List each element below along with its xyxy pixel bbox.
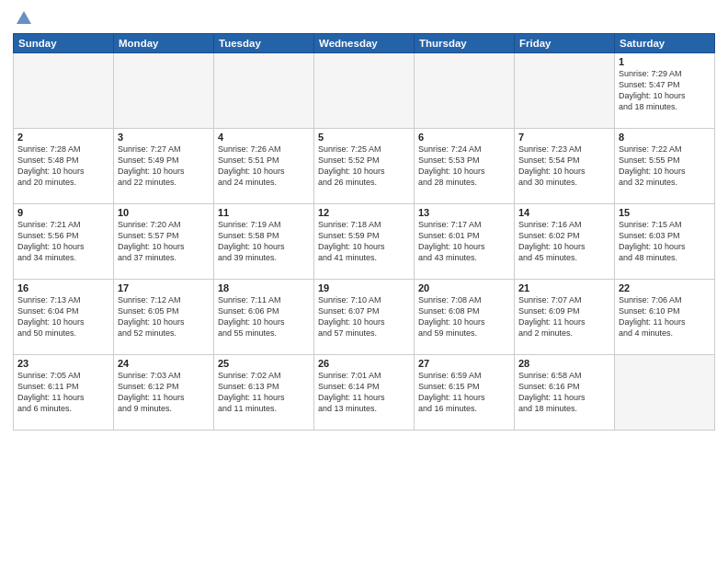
calendar-cell: 14Sunrise: 7:16 AM Sunset: 6:02 PM Dayli…: [515, 204, 615, 280]
week-row-1: 2Sunrise: 7:28 AM Sunset: 5:48 PM Daylig…: [14, 129, 715, 204]
day-info: Sunrise: 6:59 AM Sunset: 6:15 PM Dayligh…: [418, 370, 510, 415]
day-number: 5: [318, 132, 410, 143]
day-info: Sunrise: 7:05 AM Sunset: 6:11 PM Dayligh…: [17, 370, 109, 415]
calendar-cell: 13Sunrise: 7:17 AM Sunset: 6:01 PM Dayli…: [415, 204, 515, 280]
calendar-cell: 7Sunrise: 7:23 AM Sunset: 5:54 PM Daylig…: [515, 129, 615, 204]
calendar-cell: 10Sunrise: 7:20 AM Sunset: 5:57 PM Dayli…: [114, 204, 214, 280]
day-number: 24: [118, 358, 210, 369]
calendar-cell: 27Sunrise: 6:59 AM Sunset: 6:15 PM Dayli…: [415, 355, 515, 431]
calendar-cell: 2Sunrise: 7:28 AM Sunset: 5:48 PM Daylig…: [14, 129, 114, 204]
calendar-cell: 11Sunrise: 7:19 AM Sunset: 5:58 PM Dayli…: [214, 204, 314, 280]
day-info: Sunrise: 7:15 AM Sunset: 6:03 PM Dayligh…: [619, 219, 711, 264]
day-number: 11: [218, 207, 310, 218]
day-info: Sunrise: 7:21 AM Sunset: 5:56 PM Dayligh…: [17, 219, 109, 264]
week-row-0: 1Sunrise: 7:29 AM Sunset: 5:47 PM Daylig…: [14, 53, 715, 129]
calendar-cell: 20Sunrise: 7:08 AM Sunset: 6:08 PM Dayli…: [415, 280, 515, 355]
weekday-header-saturday: Saturday: [615, 34, 715, 53]
day-info: Sunrise: 7:12 AM Sunset: 6:05 PM Dayligh…: [118, 294, 210, 339]
week-row-3: 16Sunrise: 7:13 AM Sunset: 6:04 PM Dayli…: [14, 280, 715, 355]
logo-icon: [15, 9, 33, 26]
day-info: Sunrise: 7:07 AM Sunset: 6:09 PM Dayligh…: [518, 294, 610, 339]
day-number: 12: [318, 207, 410, 218]
calendar-cell: 3Sunrise: 7:27 AM Sunset: 5:49 PM Daylig…: [114, 129, 214, 204]
calendar-cell: 22Sunrise: 7:06 AM Sunset: 6:10 PM Dayli…: [615, 280, 715, 355]
day-number: 28: [518, 358, 610, 369]
day-number: 23: [17, 358, 109, 369]
calendar-cell: 17Sunrise: 7:12 AM Sunset: 6:05 PM Dayli…: [114, 280, 214, 355]
calendar-cell: [14, 53, 114, 129]
day-info: Sunrise: 7:03 AM Sunset: 6:12 PM Dayligh…: [118, 370, 210, 415]
calendar-cell: 12Sunrise: 7:18 AM Sunset: 5:59 PM Dayli…: [314, 204, 415, 280]
calendar-cell: 25Sunrise: 7:02 AM Sunset: 6:13 PM Dayli…: [214, 355, 314, 431]
weekday-header-tuesday: Tuesday: [214, 34, 314, 53]
day-info: Sunrise: 7:25 AM Sunset: 5:52 PM Dayligh…: [318, 144, 410, 189]
calendar-cell: 24Sunrise: 7:03 AM Sunset: 6:12 PM Dayli…: [114, 355, 214, 431]
calendar-cell: 5Sunrise: 7:25 AM Sunset: 5:52 PM Daylig…: [314, 129, 415, 204]
calendar-cell: 26Sunrise: 7:01 AM Sunset: 6:14 PM Dayli…: [314, 355, 415, 431]
calendar-cell: 18Sunrise: 7:11 AM Sunset: 6:06 PM Dayli…: [214, 280, 314, 355]
day-number: 25: [218, 358, 310, 369]
day-number: 10: [118, 207, 210, 218]
calendar-cell: [415, 53, 515, 129]
day-info: Sunrise: 7:01 AM Sunset: 6:14 PM Dayligh…: [318, 370, 410, 415]
day-info: Sunrise: 7:08 AM Sunset: 6:08 PM Dayligh…: [418, 294, 510, 339]
day-info: Sunrise: 7:11 AM Sunset: 6:06 PM Dayligh…: [218, 294, 310, 339]
calendar-cell: 16Sunrise: 7:13 AM Sunset: 6:04 PM Dayli…: [14, 280, 114, 355]
day-number: 9: [17, 207, 109, 218]
day-info: Sunrise: 7:10 AM Sunset: 6:07 PM Dayligh…: [318, 294, 410, 339]
calendar-cell: 1Sunrise: 7:29 AM Sunset: 5:47 PM Daylig…: [615, 53, 715, 129]
day-number: 26: [318, 358, 410, 369]
day-number: 14: [518, 207, 610, 218]
week-row-2: 9Sunrise: 7:21 AM Sunset: 5:56 PM Daylig…: [14, 204, 715, 280]
svg-marker-0: [17, 11, 31, 24]
day-info: Sunrise: 7:06 AM Sunset: 6:10 PM Dayligh…: [619, 294, 711, 339]
day-number: 1: [619, 56, 711, 67]
weekday-header-monday: Monday: [114, 34, 214, 53]
day-number: 8: [619, 132, 711, 143]
calendar-cell: [214, 53, 314, 129]
day-number: 6: [418, 132, 510, 143]
calendar-cell: 4Sunrise: 7:26 AM Sunset: 5:51 PM Daylig…: [214, 129, 314, 204]
day-info: Sunrise: 7:27 AM Sunset: 5:49 PM Dayligh…: [118, 144, 210, 189]
calendar-cell: 28Sunrise: 6:58 AM Sunset: 6:16 PM Dayli…: [515, 355, 615, 431]
day-info: Sunrise: 7:18 AM Sunset: 5:59 PM Dayligh…: [318, 219, 410, 264]
week-row-4: 23Sunrise: 7:05 AM Sunset: 6:11 PM Dayli…: [14, 355, 715, 431]
calendar-cell: 8Sunrise: 7:22 AM Sunset: 5:55 PM Daylig…: [615, 129, 715, 204]
day-info: Sunrise: 7:02 AM Sunset: 6:13 PM Dayligh…: [218, 370, 310, 415]
weekday-header-thursday: Thursday: [415, 34, 515, 53]
day-number: 7: [518, 132, 610, 143]
calendar-cell: 15Sunrise: 7:15 AM Sunset: 6:03 PM Dayli…: [615, 204, 715, 280]
day-info: Sunrise: 7:26 AM Sunset: 5:51 PM Dayligh…: [218, 144, 310, 189]
day-number: 2: [17, 132, 109, 143]
weekday-header-wednesday: Wednesday: [314, 34, 415, 53]
day-info: Sunrise: 7:19 AM Sunset: 5:58 PM Dayligh…: [218, 219, 310, 264]
day-info: Sunrise: 7:16 AM Sunset: 6:02 PM Dayligh…: [518, 219, 610, 264]
header: [13, 9, 715, 26]
calendar-cell: 23Sunrise: 7:05 AM Sunset: 6:11 PM Dayli…: [14, 355, 114, 431]
calendar-cell: [615, 355, 715, 431]
calendar-cell: 19Sunrise: 7:10 AM Sunset: 6:07 PM Dayli…: [314, 280, 415, 355]
day-number: 16: [17, 282, 109, 293]
day-info: Sunrise: 7:22 AM Sunset: 5:55 PM Dayligh…: [619, 144, 711, 189]
logo: [13, 9, 33, 26]
weekday-header-sunday: Sunday: [14, 34, 114, 53]
day-number: 18: [218, 282, 310, 293]
calendar-cell: [314, 53, 415, 129]
calendar-cell: [515, 53, 615, 129]
day-number: 4: [218, 132, 310, 143]
day-info: Sunrise: 7:23 AM Sunset: 5:54 PM Dayligh…: [518, 144, 610, 189]
day-number: 21: [518, 282, 610, 293]
day-number: 20: [418, 282, 510, 293]
calendar-table: SundayMondayTuesdayWednesdayThursdayFrid…: [13, 33, 715, 431]
day-info: Sunrise: 7:24 AM Sunset: 5:53 PM Dayligh…: [418, 144, 510, 189]
calendar-cell: 21Sunrise: 7:07 AM Sunset: 6:09 PM Dayli…: [515, 280, 615, 355]
day-number: 19: [318, 282, 410, 293]
weekday-header-friday: Friday: [515, 34, 615, 53]
day-info: Sunrise: 7:28 AM Sunset: 5:48 PM Dayligh…: [17, 144, 109, 189]
day-number: 3: [118, 132, 210, 143]
page: SundayMondayTuesdayWednesdayThursdayFrid…: [0, 0, 728, 563]
calendar-cell: [114, 53, 214, 129]
day-number: 13: [418, 207, 510, 218]
calendar-cell: 6Sunrise: 7:24 AM Sunset: 5:53 PM Daylig…: [415, 129, 515, 204]
day-info: Sunrise: 6:58 AM Sunset: 6:16 PM Dayligh…: [518, 370, 610, 415]
